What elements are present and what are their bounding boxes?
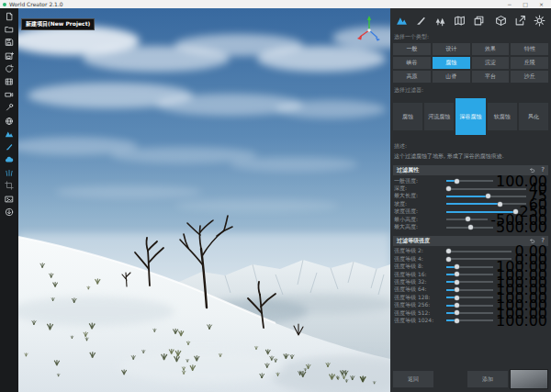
type-option-6[interactable]: 沉淀 (472, 57, 510, 69)
type-option-3[interactable]: 特性 (511, 43, 548, 55)
slider-track[interactable] (446, 297, 493, 298)
slider-thumb[interactable] (446, 186, 451, 191)
toolbar-render-button[interactable] (495, 15, 507, 27)
slider-thumb[interactable] (468, 225, 473, 230)
film-icon (5, 77, 14, 86)
sidebar-world-button[interactable] (3, 116, 16, 127)
slider-thumb[interactable] (455, 287, 459, 292)
type-option-2[interactable]: 效果 (472, 43, 510, 55)
brush-icon (5, 142, 14, 151)
slider-track[interactable] (446, 188, 526, 190)
filter-option-2[interactable]: 深谷腐蚀 (455, 98, 485, 135)
filter-option-4[interactable]: 风化 (519, 103, 548, 130)
slider-track[interactable] (446, 289, 493, 291)
crop-icon (5, 181, 14, 190)
slider-track[interactable] (446, 274, 493, 275)
toolbar-paint-button[interactable] (415, 15, 427, 27)
type-option-1[interactable]: 设计 (433, 43, 470, 55)
sidebar-save-project-button[interactable] (3, 37, 16, 48)
cloud-icon (5, 155, 14, 164)
sidebar-textures-button[interactable] (3, 194, 16, 205)
slider-thumb[interactable] (455, 272, 459, 276)
filter-option-0[interactable]: 腐蚀 (393, 103, 422, 130)
type-option-0[interactable]: 一般 (393, 43, 431, 55)
gear-icon (534, 15, 545, 27)
sync-icon (5, 64, 14, 73)
slider-track[interactable] (446, 312, 493, 314)
slider-track[interactable] (446, 319, 493, 321)
section-title: 过滤属性 (397, 166, 419, 174)
slider-thumb[interactable] (455, 296, 459, 300)
close-button[interactable]: × (539, 0, 544, 8)
type-option-5[interactable]: 腐蚀 (433, 57, 470, 69)
sidebar-save-project-as-button[interactable] (3, 50, 16, 62)
slider-track[interactable] (446, 227, 493, 229)
type-section-label: 选择一个类型: (390, 32, 551, 43)
sidebar-camera-button[interactable] (3, 89, 16, 100)
slider-track[interactable] (446, 258, 512, 260)
slider-thumb[interactable] (455, 303, 459, 308)
sidebar-export-button[interactable] (3, 207, 16, 218)
sidebar-new-project-button[interactable] (3, 11, 16, 22)
section-0: 过滤属性?一般强度:100.00深度:40最大长度:75坡度:60坡度强度:25… (390, 165, 551, 231)
slider-thumb[interactable] (455, 280, 459, 285)
minimize-button[interactable]: − (507, 0, 512, 8)
toolbar-terrain-filters-button[interactable] (396, 15, 408, 27)
slider-thumb[interactable] (455, 310, 459, 315)
slider-track[interactable] (446, 211, 516, 213)
slider-track[interactable] (446, 196, 526, 197)
section-1: 过滤等级强度?强度等级 2:0.00强度等级 4:0.00强度等级 8:100.… (390, 236, 551, 325)
type-grid: 一般设计效果特性峡谷腐蚀沉淀丘陵高原山脊平台沙丘 (390, 43, 551, 83)
sidebar-open-project-button[interactable] (3, 24, 16, 35)
folder-icon (5, 25, 14, 34)
type-option-11[interactable]: 沙丘 (511, 71, 548, 83)
slider-track[interactable] (446, 251, 512, 252)
sidebar-media-button[interactable] (3, 76, 16, 87)
slider-thumb[interactable] (446, 257, 451, 262)
slider-thumb[interactable] (466, 217, 470, 221)
back-button[interactable]: 返回 (393, 371, 433, 387)
slider-thumb[interactable] (455, 179, 459, 184)
type-option-7[interactable]: 丘陵 (511, 57, 548, 69)
trees-icon (434, 15, 446, 27)
main-area: 新建项目(New Project) 选择一个类型: 一般设计效果特性峡谷腐蚀沉淀… (0, 8, 551, 392)
filter-option-3[interactable]: 软腐蚀 (488, 103, 517, 130)
toolbar-texture-map-button[interactable] (454, 15, 466, 27)
slider-track[interactable] (446, 203, 526, 205)
slider-track[interactable] (446, 281, 493, 283)
document-icon (5, 12, 14, 21)
sidebar-tools-button[interactable] (3, 102, 16, 113)
sidebar-selection-button[interactable] (3, 180, 16, 191)
type-option-8[interactable]: 高原 (393, 71, 431, 83)
sidebar-sculpt-button[interactable] (3, 141, 16, 152)
filter-option-1[interactable]: 河流腐蚀 (424, 103, 454, 130)
slider-thumb[interactable] (498, 202, 502, 207)
sidebar-terrain-button[interactable] (3, 129, 16, 140)
slider-track[interactable] (446, 305, 493, 307)
slider-thumb[interactable] (446, 249, 451, 253)
slider-thumb[interactable] (455, 264, 459, 269)
toolbar-vegetation-button[interactable] (434, 15, 446, 27)
slider-value: 500.00 (496, 218, 547, 236)
cube-icon (495, 15, 507, 27)
sidebar-sky-button[interactable] (3, 154, 16, 165)
brush-icon (415, 15, 427, 27)
slider-track[interactable] (446, 266, 493, 268)
type-option-4[interactable]: 峡谷 (393, 57, 431, 69)
slider-thumb[interactable] (455, 319, 459, 323)
slider-track[interactable] (446, 218, 488, 220)
toolbar-share-button[interactable] (514, 15, 526, 27)
slider-track[interactable] (446, 180, 493, 182)
mountain-icon (396, 15, 408, 27)
viewport-3d-scene[interactable] (18, 8, 390, 392)
slider-thumb[interactable] (486, 194, 490, 198)
type-option-10[interactable]: 平台 (472, 71, 510, 83)
map-icon (454, 15, 466, 27)
toolbar-settings-button[interactable] (534, 15, 545, 27)
sidebar-sync-button[interactable] (3, 63, 16, 74)
maximize-button[interactable]: □ (523, 0, 528, 8)
type-option-9[interactable]: 山脊 (433, 71, 470, 83)
sidebar-vegetation-button[interactable] (3, 167, 16, 178)
add-filter-button[interactable]: 添加 (467, 371, 508, 387)
toolbar-layers-button[interactable] (473, 15, 485, 27)
